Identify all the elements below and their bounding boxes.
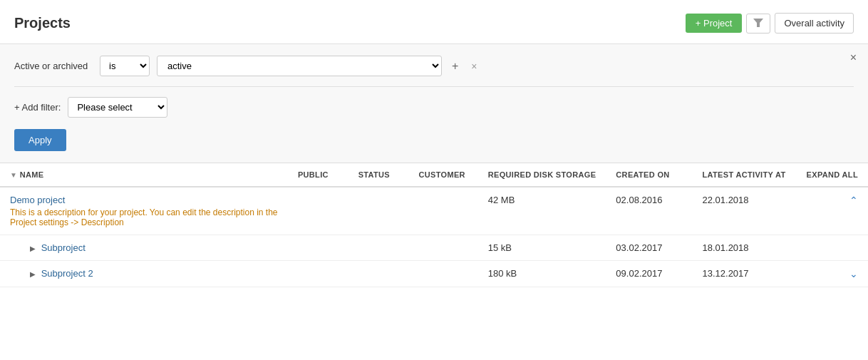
project-description: This is a description for your project. …	[10, 207, 278, 227]
subproject-name-cell: ▶ Subproject	[0, 235, 288, 261]
col-header-expand[interactable]: EXPAND ALL	[797, 163, 868, 187]
remove-condition-button[interactable]: ×	[468, 61, 480, 72]
filter-label: Active or archived	[14, 61, 93, 71]
apply-button[interactable]: Apply	[14, 129, 66, 151]
project-status-cell	[348, 187, 409, 235]
subproject-created-cell: 03.02.2017	[606, 235, 692, 261]
table-row: Demo project This is a description for y…	[0, 187, 868, 235]
filter-row-1: Active or archived is is not active arch…	[14, 56, 854, 76]
collapse-icon[interactable]: ⌃	[849, 195, 858, 206]
projects-table: ▼ NAME PUBLIC STATUS CUSTOMER REQUIRED D…	[0, 163, 868, 287]
project-disk-cell: 42 MB	[478, 187, 606, 235]
expand-icon[interactable]: ⌄	[849, 268, 858, 279]
filter-icon-button[interactable]	[746, 14, 770, 34]
subproject-toggle-icon[interactable]: ▶	[30, 245, 36, 252]
project-expand-cell[interactable]: ⌃	[797, 187, 868, 235]
filter-operator-select[interactable]: is is not	[100, 56, 150, 76]
project-public-cell	[288, 187, 348, 235]
project-customer-cell	[408, 187, 477, 235]
col-header-disk: REQUIRED DISK STORAGE	[478, 163, 606, 187]
subproject-disk-cell: 15 kB	[478, 235, 606, 261]
projects-table-section: ▼ NAME PUBLIC STATUS CUSTOMER REQUIRED D…	[0, 163, 868, 287]
subproject2-public-cell	[288, 261, 348, 287]
subproject2-created-cell: 09.02.2017	[606, 261, 692, 287]
subproject2-expand-cell[interactable]: ⌄	[797, 261, 868, 287]
project-name-cell: Demo project This is a description for y…	[0, 187, 288, 235]
col-header-public: PUBLIC	[288, 163, 348, 187]
subproject-name-link[interactable]: Subproject	[41, 242, 86, 253]
filter-panel: × Active or archived is is not active ar…	[0, 44, 868, 163]
filter-value-select[interactable]: active archived	[157, 56, 442, 76]
col-header-name: ▼ NAME	[0, 163, 288, 187]
subproject2-disk-cell: 180 kB	[478, 261, 606, 287]
table-row: ▶ Subproject 15 kB 03.02.2017 18.01.2018	[0, 235, 868, 261]
subproject2-name-cell: ▶ Subproject 2	[0, 261, 288, 287]
project-created-cell: 02.08.2016	[606, 187, 692, 235]
add-filter-label: + Add filter:	[14, 102, 61, 113]
new-project-button[interactable]: + Project	[686, 14, 743, 33]
col-header-status: STATUS	[348, 163, 409, 187]
page-header: Projects + Project Overall activity	[0, 0, 868, 44]
subproject-expand-cell	[797, 235, 868, 261]
subproject-status-cell	[348, 235, 409, 261]
subproject-latest-cell: 18.01.2018	[693, 235, 797, 261]
subproject2-latest-cell: 13.12.2017	[693, 261, 797, 287]
project-latest-cell: 22.01.2018	[693, 187, 797, 235]
project-name-link[interactable]: Demo project	[10, 195, 65, 205]
col-header-customer: CUSTOMER	[408, 163, 477, 187]
add-filter-select[interactable]: Please select	[68, 97, 167, 118]
subproject-customer-cell	[408, 235, 477, 261]
overall-activity-button[interactable]: Overall activity	[775, 13, 854, 34]
sort-icon: ▼	[10, 171, 17, 179]
page-title: Projects	[14, 15, 71, 31]
svg-marker-0	[753, 19, 763, 27]
add-condition-button[interactable]: +	[449, 60, 461, 73]
table-header-row: ▼ NAME PUBLIC STATUS CUSTOMER REQUIRED D…	[0, 163, 868, 187]
subproject-public-cell	[288, 235, 348, 261]
subproject2-customer-cell	[408, 261, 477, 287]
subproject2-status-cell	[348, 261, 409, 287]
header-actions: + Project Overall activity	[686, 13, 854, 34]
col-header-created: CREATED ON	[606, 163, 692, 187]
add-filter-row: + Add filter: Please select	[14, 97, 854, 118]
close-filter-button[interactable]: ×	[850, 51, 857, 64]
col-header-latest: LATEST ACTIVITY AT	[693, 163, 797, 187]
subproject2-toggle-icon[interactable]: ▶	[30, 270, 36, 278]
table-row: ▶ Subproject 2 180 kB 09.02.2017 13.12.2…	[0, 261, 868, 287]
subproject2-name-link[interactable]: Subproject 2	[41, 268, 93, 279]
